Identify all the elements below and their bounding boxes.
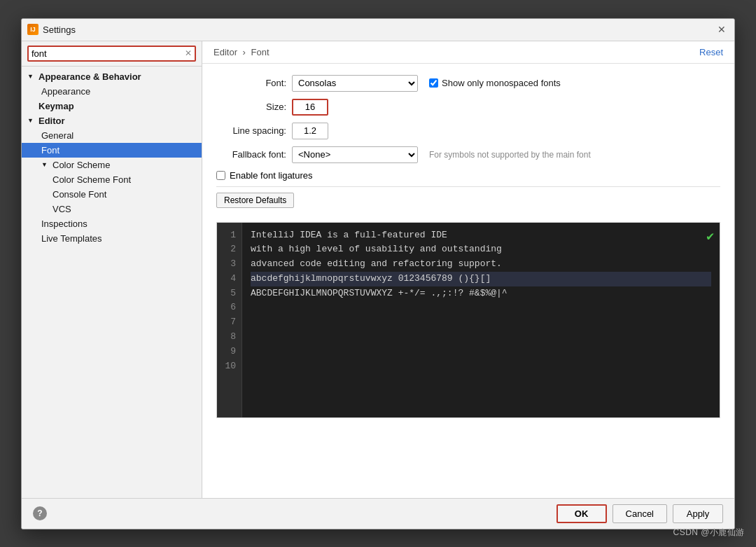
expand-arrow: ▼ xyxy=(27,73,36,80)
search-clear-icon[interactable]: ✕ xyxy=(185,48,192,58)
sidebar-item-appearance[interactable]: Appearance xyxy=(22,84,202,99)
title-bar: IJ Settings ✕ xyxy=(22,19,734,41)
search-box: ✕ xyxy=(22,41,202,67)
fallback-font-row: Fallback font: <None> For symbols not su… xyxy=(216,146,720,163)
sidebar-item-keymap[interactable]: Keymap xyxy=(22,99,202,113)
main-content: Font: Consolas Show only monospaced font… xyxy=(202,64,734,498)
expand-arrow: ▼ xyxy=(41,161,50,168)
font-select[interactable]: Consolas xyxy=(292,75,418,92)
fallback-hint: For symbols not supported by the main fo… xyxy=(429,150,591,160)
ligatures-label: Enable font ligatures xyxy=(230,170,313,181)
search-input-wrapper[interactable]: ✕ xyxy=(27,46,196,62)
font-label: Font: xyxy=(216,78,286,88)
show-monospaced-checkbox[interactable] xyxy=(429,78,438,88)
reset-link[interactable]: Reset xyxy=(699,47,723,57)
search-input[interactable] xyxy=(31,48,185,59)
preview-line-1: IntelliJ IDEA is a full-featured IDE xyxy=(251,228,711,243)
help-button[interactable]: ? xyxy=(33,506,47,520)
line-spacing-input[interactable] xyxy=(292,123,328,139)
show-monospaced-label[interactable]: Show only monospaced fonts xyxy=(429,78,561,88)
main-header: Editor › Font Reset xyxy=(202,41,734,64)
sidebar-item-color-scheme-font[interactable]: Color Scheme Font xyxy=(22,172,202,187)
preview-gutter: 1 2 3 4 5 6 7 8 9 10 xyxy=(217,223,242,417)
preview-line-2: with a high level of usability and outst… xyxy=(251,242,711,257)
ok-button[interactable]: OK xyxy=(556,504,607,523)
settings-dialog: IJ Settings ✕ ✕ ▼ Appearance & Behavior … xyxy=(21,18,735,529)
cancel-button[interactable]: Cancel xyxy=(612,504,667,523)
size-label: Size: xyxy=(216,102,286,112)
separator xyxy=(216,186,720,187)
footer-right: OK Cancel Apply xyxy=(556,504,723,523)
size-row: Size: xyxy=(216,99,720,116)
line-spacing-label: Line spacing: xyxy=(216,125,286,136)
apply-button[interactable]: Apply xyxy=(673,504,723,523)
sidebar-item-console-font[interactable]: Console Font xyxy=(22,187,202,202)
sidebar-item-editor[interactable]: ▼ Editor xyxy=(22,113,202,128)
app-icon: IJ xyxy=(27,24,38,35)
dialog-title: Settings xyxy=(43,25,715,35)
sidebar-item-appearance-behavior[interactable]: ▼ Appearance & Behavior xyxy=(22,69,202,84)
sidebar-item-vcs[interactable]: VCS xyxy=(22,202,202,216)
checkmark-icon: ✔ xyxy=(706,228,714,244)
fallback-font-select[interactable]: <None> xyxy=(292,146,418,163)
sidebar-item-font[interactable]: Font xyxy=(22,143,202,158)
sidebar-item-color-scheme[interactable]: ▼ Color Scheme xyxy=(22,158,202,172)
fallback-font-label: Fallback font: xyxy=(216,149,286,160)
sidebar-item-live-templates[interactable]: Live Templates xyxy=(22,231,202,246)
expand-arrow: ▼ xyxy=(27,117,36,124)
breadcrumb: Editor › Font xyxy=(214,47,270,57)
sidebar-item-general[interactable]: General xyxy=(22,128,202,143)
dialog-footer: ? OK Cancel Apply xyxy=(22,498,734,529)
main-area: Editor › Font Reset Font: Consolas Show … xyxy=(202,41,734,498)
close-button[interactable]: ✕ xyxy=(715,22,729,36)
sidebar-item-inspections[interactable]: Inspections xyxy=(22,216,202,231)
footer-left: ? xyxy=(33,506,47,520)
watermark: CSDN @小鹿仙游 xyxy=(673,527,745,539)
tree-area: ▼ Appearance & Behavior Appearance Keyma… xyxy=(22,67,202,498)
dialog-body: ✕ ▼ Appearance & Behavior Appearance Key… xyxy=(22,41,734,498)
preview-line-3: advanced code editing and refactoring su… xyxy=(251,257,711,272)
preview-line-5: abcdefghijklmnopqrstuvwxyz 0123456789 ()… xyxy=(251,272,711,286)
ligatures-row: Enable font ligatures xyxy=(216,170,720,181)
preview-code: IntelliJ IDEA is a full-featured IDE wit… xyxy=(242,223,720,417)
restore-defaults-button[interactable]: Restore Defaults xyxy=(216,193,294,208)
line-spacing-row: Line spacing: xyxy=(216,123,720,139)
preview-area: 1 2 3 4 5 6 7 8 9 10 IntelliJ IDEA is a … xyxy=(216,222,720,418)
font-row: Font: Consolas Show only monospaced font… xyxy=(216,75,720,92)
sidebar: ✕ ▼ Appearance & Behavior Appearance Key… xyxy=(22,41,202,498)
ligatures-checkbox[interactable] xyxy=(216,171,225,180)
size-input[interactable] xyxy=(292,99,328,116)
preview-line-6: ABCDEFGHIJKLMNOPQRSTUVWXYZ +-*/= .,;:!? … xyxy=(251,286,711,301)
restore-defaults-wrapper: Restore Defaults xyxy=(216,193,720,215)
